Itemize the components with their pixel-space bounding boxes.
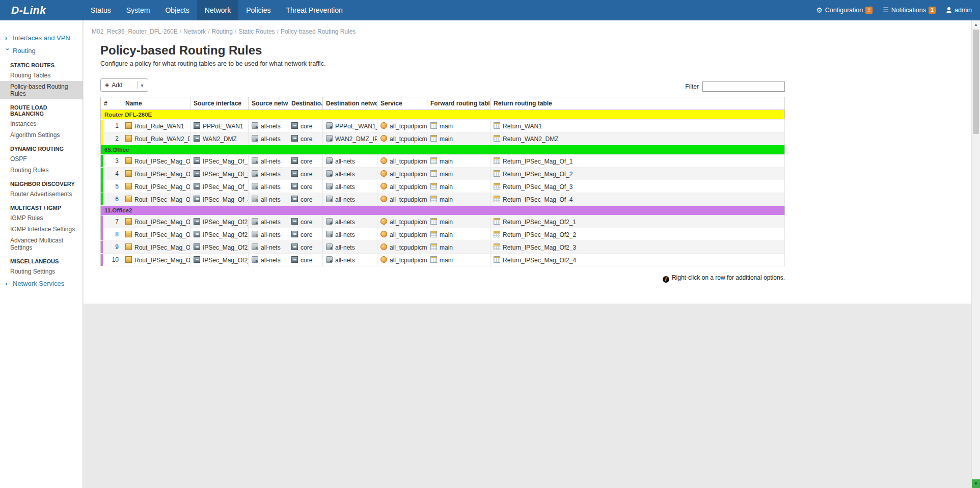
- table-row[interactable]: 1Rout_Rule_WAN1PPPoE_WAN1all-netscorePPP…: [101, 120, 785, 132]
- cell-service-text: all_tcpudpicmp: [390, 183, 427, 190]
- nav-item-network[interactable]: Network: [197, 0, 238, 20]
- breadcrumb-item-policy-based-routing-rules[interactable]: Policy-based Routing Rules: [281, 28, 356, 35]
- filter-input[interactable]: [702, 82, 785, 92]
- column-header-forward-routing-table[interactable]: Forward routing table: [427, 97, 491, 110]
- nav-item-status[interactable]: Status: [83, 0, 119, 20]
- service-icon: [380, 256, 387, 263]
- sidebar-item-algorithm-settings[interactable]: Algorithm Settings: [0, 129, 83, 141]
- cell-dst_if-text: core: [301, 256, 312, 263]
- filter-label: Filter: [685, 83, 699, 90]
- group-header-row[interactable]: 11.Office2: [101, 206, 785, 215]
- cell-service: all_tcpudpicmp: [377, 193, 427, 206]
- table-row[interactable]: 4Rout_IPSec_Mag_Of_2IPSec_Mag_Of_2all-ne…: [101, 168, 785, 180]
- column-header-source-netw[interactable]: Source netw...: [249, 97, 288, 110]
- scroll-up-arrow[interactable]: ▲: [972, 20, 980, 29]
- main-menu: StatusSystemObjectsNetworkPoliciesThreat…: [83, 0, 350, 20]
- service-icon: [380, 170, 387, 177]
- group-header-row[interactable]: 65.Office: [101, 145, 785, 155]
- table-row[interactable]: 7Rout_IPSec_Mag_Of2_1IPSec_Mag_Of2_1all-…: [101, 215, 785, 228]
- service-icon: [380, 231, 387, 237]
- cell-dst_net: WAN2_DMZ_IP: [323, 132, 377, 145]
- column-header-source-interface[interactable]: Source interface: [190, 97, 249, 110]
- scrollbar-thumb[interactable]: [973, 30, 979, 134]
- topnav-configuration[interactable]: Configuration!: [816, 7, 873, 14]
- scroll-down-arrow[interactable]: ▼: [972, 479, 980, 488]
- cell-service-text: all_tcpudpicmp: [390, 135, 427, 142]
- interface-icon: [291, 231, 298, 237]
- breadcrumb-item-network[interactable]: Network: [183, 28, 206, 35]
- cell-src_if: IPSec_Mag_Of_3: [190, 180, 249, 193]
- interface-icon: [291, 122, 298, 129]
- ipv4-network-icon: [252, 122, 258, 129]
- table-row[interactable]: 2Rout_Rule_WAN2_DMZWAN2_DMZall-netscoreW…: [101, 132, 785, 145]
- cell-name-text: Rout_IPSec_Mag_Of_3: [134, 183, 190, 190]
- nav-item-policies[interactable]: Policies: [238, 0, 278, 20]
- nav-item-objects[interactable]: Objects: [157, 0, 197, 20]
- sidebar-item-routing-settings[interactable]: Routing Settings: [0, 266, 83, 277]
- breadcrumb-item-routing[interactable]: Routing: [211, 28, 232, 35]
- button-divider: [137, 81, 138, 89]
- sidebar-item-routing[interactable]: ›Routing: [0, 44, 83, 57]
- interface-icon: [194, 122, 200, 129]
- cell-src_if-text: IPSec_Mag_Of2_4: [203, 256, 249, 263]
- cell-service-text: all_tcpudpicmp: [390, 170, 427, 177]
- group-header-row[interactable]: Router DFL-260E: [101, 110, 785, 120]
- nav-item-system[interactable]: System: [119, 0, 158, 20]
- routing-table-icon: [430, 231, 437, 237]
- column-header-destination-networ[interactable]: Destination networ...: [323, 97, 377, 110]
- service-icon: [380, 218, 387, 225]
- cell-name: Rout_IPSec_Mag_Of2_1: [122, 215, 190, 228]
- sidebar-item-igmp-rules[interactable]: IGMP Rules: [0, 212, 83, 224]
- cell-dst_if: core: [288, 215, 323, 228]
- chevron-down-icon[interactable]: [141, 82, 144, 89]
- cell-dst_if-text: core: [301, 183, 312, 190]
- column-header-destinatio[interactable]: Destinatio...: [288, 97, 323, 110]
- sidebar-item-label: Network Services: [13, 280, 64, 287]
- cell-src_if: PPPoE_WAN1: [190, 120, 249, 132]
- cell-dst_net: PPPoE_WAN1_ip: [323, 120, 377, 132]
- table-row[interactable]: 5Rout_IPSec_Mag_Of_3IPSec_Mag_Of_3all-ne…: [101, 180, 785, 193]
- topnav-notifications[interactable]: Notifications1: [883, 7, 936, 14]
- sidebar-item-interfaces-and-vpn[interactable]: ›Interfaces and VPN: [0, 32, 83, 44]
- topnav-admin[interactable]: admin: [946, 7, 972, 14]
- vertical-scrollbar[interactable]: ▲ ▼: [971, 20, 980, 488]
- gear-icon: [816, 7, 823, 14]
- table-row[interactable]: 6Rout_IPSec_Mag_Of_4IPSec_Mag_Of_4all-ne…: [101, 193, 785, 206]
- sidebar-item-advanced-multicast-settings[interactable]: Advanced Multicast Settings: [0, 235, 83, 253]
- column-header-name[interactable]: Name: [122, 97, 190, 110]
- sidebar-item-routing-tables[interactable]: Routing Tables: [0, 70, 83, 81]
- add-button-label: Add: [112, 82, 122, 89]
- table-row[interactable]: 10Rout_IPSec_Mag_Of2_4IPSec_Mag_Of2_4all…: [101, 254, 785, 266]
- sidebar-item-ospf[interactable]: OSPF: [0, 153, 83, 165]
- sidebar-item-network-services[interactable]: ›Network Services: [0, 277, 83, 290]
- column-header-return-routing-table[interactable]: Return routing table: [491, 97, 785, 110]
- add-button[interactable]: Add: [100, 78, 148, 92]
- table-row[interactable]: 3Rout_IPSec_Mag_Of_1IPSec_Mag_Of_1all-ne…: [101, 155, 785, 168]
- column-header-[interactable]: #: [101, 97, 122, 110]
- cell-service-text: all_tcpudpicmp: [390, 218, 427, 225]
- sidebar-item-policy-based-routing-rules[interactable]: Policy-based Routing Rules: [0, 81, 83, 99]
- sidebar-item-instances[interactable]: Instances: [0, 118, 83, 129]
- content-panel: M02_Rec36_Router_DFL-260E/Network/Routin…: [84, 20, 971, 304]
- cell-num: 8: [101, 228, 122, 241]
- cell-name: Rout_IPSec_Mag_Of2_2: [122, 228, 190, 241]
- cell-name: Rout_IPSec_Mag_Of_4: [122, 193, 190, 206]
- interface-icon: [291, 157, 298, 164]
- sidebar-item-igmp-interface-settings[interactable]: IGMP Interface Settings: [0, 224, 83, 235]
- nav-item-threat-prevention[interactable]: Threat Prevention: [278, 0, 350, 20]
- breadcrumb-item-static-routes[interactable]: Static Routes: [238, 28, 275, 35]
- routing-table-icon: [494, 231, 500, 237]
- cell-name: Rout_Rule_WAN2_DMZ: [122, 132, 190, 145]
- cell-fwd: main: [427, 254, 491, 266]
- sidebar-item-router-advertisements[interactable]: Router Advertisements: [0, 188, 83, 200]
- sidebar-section-static-routes: STATIC ROUTES: [0, 57, 83, 70]
- cell-src_if-text: WAN2_DMZ: [203, 135, 237, 142]
- service-icon: [380, 243, 387, 250]
- sidebar-item-routing-rules[interactable]: Routing Rules: [0, 165, 83, 176]
- column-header-service[interactable]: Service: [377, 97, 427, 110]
- table-row[interactable]: 9Rout_IPSec_Mag_Of2_3IPSec_Mag_Of2_3all-…: [101, 241, 785, 254]
- cell-ret: Return_IPSec_Mag_Of2_1: [491, 215, 785, 228]
- cell-fwd: main: [427, 193, 491, 206]
- ipv4-network-icon: [252, 243, 258, 250]
- table-row[interactable]: 8Rout_IPSec_Mag_Of2_2IPSec_Mag_Of2_2all-…: [101, 228, 785, 241]
